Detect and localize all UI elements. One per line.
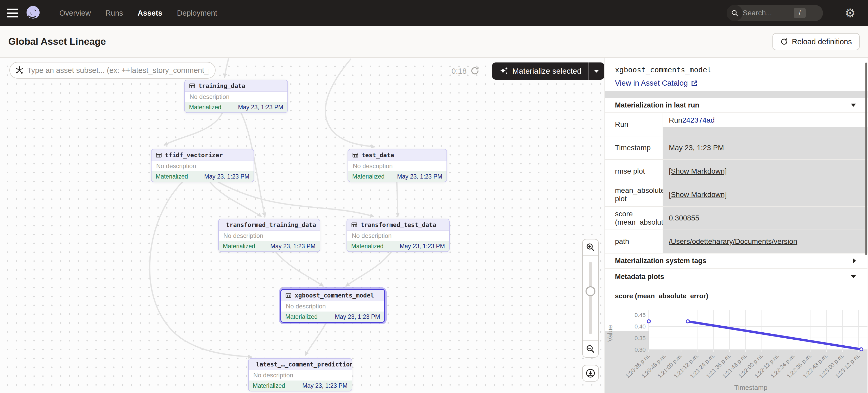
asset-node-transformed-training-data[interactable]: transformed_training_data No description…	[218, 219, 320, 252]
global-search[interactable]: /	[726, 5, 823, 21]
metadata-plot-title: score (mean_absolute_error)	[605, 285, 867, 301]
metadata-plot-chart: 1:20:36 p.m.1:20:48 p.m.1:21:00 p.m.1:21…	[605, 301, 867, 393]
asset-timestamp: May 23, 1:23 PM	[204, 173, 249, 180]
materialize-split-button: Materialize selected	[492, 62, 604, 79]
asset-node-latest-comment-predictions[interactable]: latest_…_comment_predictions No descript…	[248, 358, 352, 391]
metadata-key: path	[605, 230, 662, 253]
asset-name: tfidf_vectorizer	[165, 152, 223, 159]
table-icon	[189, 83, 195, 89]
asset-timestamp: May 23, 1:23 PM	[397, 173, 442, 180]
chevron-right-icon	[853, 258, 856, 263]
asset-node-transformed-test-data[interactable]: transformed_test_data No description Mat…	[346, 219, 450, 252]
zoom-in-button[interactable]	[583, 239, 598, 256]
metadata-row-path: path /Users/odetteharary/Documents/versi…	[605, 230, 867, 254]
asset-name: transformed_test_data	[361, 222, 436, 228]
view-in-asset-catalog-link[interactable]: View in Asset Catalog	[615, 79, 867, 88]
chart-y-tick-label: 0.45	[634, 312, 646, 318]
chart-xlabel: Timestamp	[734, 384, 768, 391]
zoom-slider[interactable]	[583, 256, 598, 340]
table-icon	[351, 222, 358, 228]
asset-lineage-graph[interactable]: training_data No description Materialize…	[0, 58, 604, 393]
section-metadata-plots[interactable]: Metadata plots	[605, 269, 867, 285]
chart-ylabel: Value	[606, 325, 614, 342]
metadata-key: Run	[605, 113, 662, 136]
nav-item-assets[interactable]: Assets	[138, 9, 162, 18]
gear-icon[interactable]: ⚙	[845, 7, 856, 19]
selected-asset-title: xgboost_comments_model	[615, 66, 867, 74]
top-nav: Overview Runs Assets Deployment / ⚙	[0, 0, 868, 26]
path-link[interactable]: /Users/odetteharary/Documents/version	[669, 237, 797, 246]
asset-node-xgboost-comments-model[interactable]: xgboost_comments_model No description Ma…	[280, 289, 385, 323]
asset-name: training_data	[198, 83, 245, 89]
op-selector-icon	[15, 66, 24, 76]
asset-filter	[9, 62, 216, 78]
metadata-value: May 23, 1:23 PM	[662, 136, 867, 159]
asset-status: Materialized	[189, 104, 221, 111]
asset-status: Materialized	[223, 243, 255, 250]
chart-y-tick-label: 0.40	[634, 323, 646, 330]
search-input[interactable]	[743, 9, 792, 17]
metadata-key: score (mean_absolute_error)	[605, 207, 662, 230]
asset-node-tfidf-vectorizer[interactable]: tfidf_vectorizer No description Material…	[151, 149, 254, 182]
asset-description: No description	[185, 92, 287, 102]
metadata-row-run: Run Run 242374ad	[605, 113, 867, 136]
zoom-slider-track[interactable]	[589, 262, 592, 334]
asset-name: latest_…_comment_predictions	[256, 361, 352, 368]
asset-status: Materialized	[253, 382, 285, 389]
page-header: Global Asset Lineage Reload definitions	[0, 26, 868, 58]
zoom-slider-knob[interactable]	[586, 286, 595, 296]
chart-line	[688, 321, 862, 349]
asset-name: xgboost_comments_model	[295, 292, 374, 299]
reload-definitions-button[interactable]: Reload definitions	[772, 33, 860, 50]
sparkle-icon	[499, 66, 509, 76]
refresh-timer: 0:18	[452, 67, 467, 75]
asset-status: Materialized	[156, 173, 188, 180]
asset-status: Materialized	[352, 173, 384, 180]
nav-item-runs[interactable]: Runs	[105, 9, 123, 18]
zoom-controls	[582, 239, 599, 358]
asset-timestamp: May 23, 1:23 PM	[302, 382, 347, 389]
asset-subset-input[interactable]	[9, 62, 216, 78]
asset-node-test-data[interactable]: test_data No description MaterializedMay…	[347, 149, 447, 182]
asset-timestamp: May 23, 1:23 PM	[270, 243, 315, 250]
chevron-down-icon	[851, 275, 856, 278]
zoom-out-button[interactable]	[583, 340, 598, 357]
chart-y-tick-label: 0.30	[634, 347, 646, 353]
asset-description: No description	[249, 370, 352, 381]
nav-item-overview[interactable]: Overview	[59, 9, 91, 18]
nav-item-deployment[interactable]: Deployment	[177, 9, 217, 18]
external-link-icon	[691, 80, 698, 87]
asset-timestamp: May 23, 1:23 PM	[335, 314, 380, 320]
asset-name: transformed_training_data	[226, 222, 316, 228]
asset-description: No description	[219, 231, 320, 241]
materialize-selected-button[interactable]: Materialize selected	[492, 62, 588, 79]
table-icon	[285, 292, 291, 298]
show-markdown-link[interactable]: [Show Markdown]	[669, 167, 727, 175]
run-id-link[interactable]: 242374ad	[682, 116, 715, 124]
metadata-value: [Show Markdown]	[662, 160, 867, 183]
metadata-key: mean_absolute_error plot	[605, 183, 662, 206]
chart-point	[860, 348, 863, 351]
asset-node-training-data[interactable]: training_data No description Materialize…	[184, 79, 288, 113]
asset-description: No description	[348, 161, 446, 171]
section-materialization-system-tags[interactable]: Materialization system tags	[605, 254, 867, 269]
panel-vertical-scrollbar[interactable]	[865, 62, 867, 255]
materialize-options-button[interactable]	[588, 62, 604, 79]
metadata-row-rmse-plot: rmse plot [Show Markdown]	[605, 160, 867, 183]
refresh-icon[interactable]	[470, 66, 479, 76]
table-icon	[352, 152, 359, 158]
asset-status: Materialized	[351, 243, 383, 250]
asset-details-panel: xgboost_comments_model View in Asset Cat…	[604, 58, 867, 393]
refresh-icon	[780, 38, 788, 45]
asset-description: No description	[347, 231, 449, 241]
show-markdown-link[interactable]: [Show Markdown]	[669, 191, 727, 199]
metadata-key: rmse plot	[605, 160, 662, 183]
download-graph-button[interactable]	[582, 365, 599, 382]
hamburger-menu-icon[interactable]	[7, 9, 18, 18]
dagster-logo[interactable]	[25, 5, 41, 21]
chart-y-tick-label: 0.35	[634, 335, 646, 341]
page-title: Global Asset Lineage	[8, 36, 106, 47]
metadata-value: [Show Markdown]	[662, 183, 867, 206]
horizontal-scrollbar-track[interactable]	[605, 91, 867, 98]
section-materialization-in-last-run[interactable]: Materialization in last run	[605, 98, 867, 113]
